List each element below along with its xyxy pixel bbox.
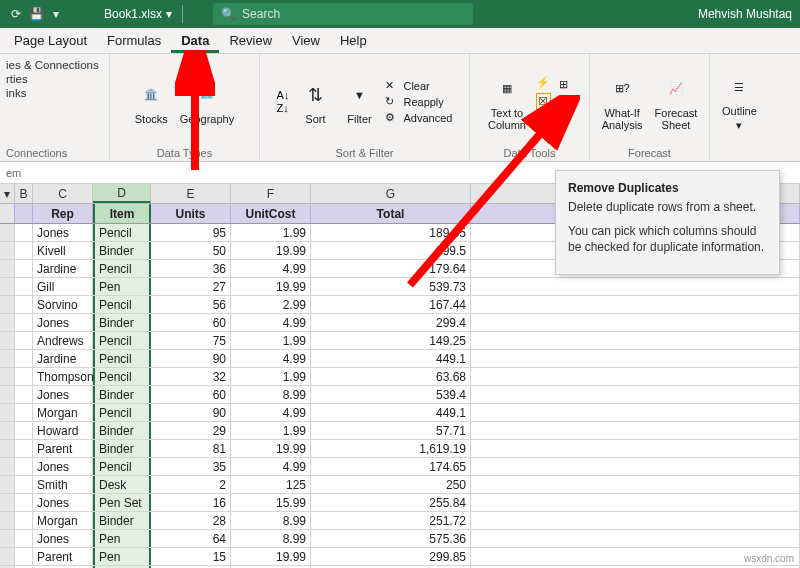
dropdown-icon[interactable]: ▾ <box>48 6 64 22</box>
cell-unitcost[interactable]: 19.99 <box>231 242 311 259</box>
cell-rep[interactable]: Jones <box>33 314 93 331</box>
cell-rep[interactable]: Jones <box>33 224 93 241</box>
cell-units[interactable]: 90 <box>151 404 231 421</box>
cell-unitcost[interactable]: 4.99 <box>231 314 311 331</box>
cell-unitcost[interactable]: 8.99 <box>231 512 311 529</box>
cell-units[interactable]: 81 <box>151 440 231 457</box>
cell-total[interactable]: 575.36 <box>311 530 471 547</box>
tab-help[interactable]: Help <box>330 28 377 53</box>
cell-rep[interactable]: Sorvino <box>33 296 93 313</box>
cell-item[interactable]: Desk <box>93 476 151 493</box>
col-header-E[interactable]: E <box>151 184 231 203</box>
table-row[interactable]: JonesPencil354.99174.65 <box>0 458 800 476</box>
tab-data[interactable]: Data <box>171 28 219 53</box>
cell-unitcost[interactable]: 15.99 <box>231 494 311 511</box>
cell-item[interactable]: Pencil <box>93 368 151 385</box>
cell-rep[interactable]: Kivell <box>33 242 93 259</box>
cell-units[interactable]: 64 <box>151 530 231 547</box>
edit-links-button[interactable]: inks <box>6 86 99 100</box>
cell-item[interactable]: Binder <box>93 422 151 439</box>
cell-total[interactable]: 250 <box>311 476 471 493</box>
tab-page-layout[interactable]: Page Layout <box>4 28 97 53</box>
cell-item[interactable]: Binder <box>93 386 151 403</box>
forecast-sheet-button[interactable]: 📈 Forecast Sheet <box>653 71 700 133</box>
geography-button[interactable]: 🗺️ Geography <box>178 77 236 127</box>
cell-total[interactable]: 57.71 <box>311 422 471 439</box>
cell-rep[interactable]: Smith <box>33 476 93 493</box>
cell-item[interactable]: Pen <box>93 548 151 565</box>
cell-unitcost[interactable]: 4.99 <box>231 350 311 367</box>
table-row[interactable]: ParentBinder8119.991,619.19 <box>0 440 800 458</box>
cell-total[interactable]: 999.5 <box>311 242 471 259</box>
select-all-corner[interactable]: ▾ <box>0 184 15 203</box>
flash-fill-icon[interactable]: ⚡ <box>536 76 551 89</box>
cell-unitcost[interactable]: 8.99 <box>231 530 311 547</box>
cell-units[interactable]: 29 <box>151 422 231 439</box>
cell-units[interactable]: 56 <box>151 296 231 313</box>
cell-units[interactable]: 60 <box>151 386 231 403</box>
cell-item[interactable]: Binder <box>93 512 151 529</box>
table-row[interactable]: MorganPencil904.99449.1 <box>0 404 800 422</box>
cell-rep[interactable]: Jones <box>33 458 93 475</box>
clear-button[interactable]: ✕Clear <box>385 79 452 93</box>
cell-total[interactable]: 174.65 <box>311 458 471 475</box>
cell-item[interactable]: Pen Set <box>93 494 151 511</box>
tab-review[interactable]: Review <box>219 28 282 53</box>
cell-units[interactable]: 36 <box>151 260 231 277</box>
cell-total[interactable]: 251.72 <box>311 512 471 529</box>
user-name[interactable]: Mehvish Mushtaq <box>698 7 792 21</box>
cell-units[interactable]: 15 <box>151 548 231 565</box>
queries-connections[interactable]: ies & Connections <box>6 58 99 72</box>
cell-unitcost[interactable]: 4.99 <box>231 404 311 421</box>
cell-unitcost[interactable]: 8.99 <box>231 386 311 403</box>
cell-unitcost[interactable]: 4.99 <box>231 458 311 475</box>
data-validation-icon[interactable]: ✔▾ <box>536 114 551 127</box>
cell-item[interactable]: Pencil <box>93 296 151 313</box>
cell-units[interactable]: 50 <box>151 242 231 259</box>
reapply-button[interactable]: ↻Reapply <box>385 95 452 109</box>
cell-units[interactable]: 95 <box>151 224 231 241</box>
cell-units[interactable]: 2 <box>151 476 231 493</box>
table-row[interactable]: SmithDesk2125250 <box>0 476 800 494</box>
file-dropdown-icon[interactable]: ▾ <box>166 7 172 21</box>
outline-button[interactable]: ☰ Outline ▾ <box>720 69 759 134</box>
header-rep[interactable]: Rep <box>33 204 93 223</box>
cell-unitcost[interactable]: 19.99 <box>231 548 311 565</box>
cell-rep[interactable]: Gill <box>33 278 93 295</box>
cell-item[interactable]: Pencil <box>93 332 151 349</box>
cell-item[interactable]: Pencil <box>93 350 151 367</box>
header-units[interactable]: Units <box>151 204 231 223</box>
cell-item[interactable]: Pencil <box>93 404 151 421</box>
remove-duplicates-icon[interactable]: ☒ <box>536 93 551 110</box>
table-row[interactable]: JonesPen648.99575.36 <box>0 530 800 548</box>
advanced-button[interactable]: ⚙Advanced <box>385 111 452 125</box>
cell-rep[interactable]: Morgan <box>33 404 93 421</box>
name-box[interactable]: em <box>6 167 21 179</box>
table-row[interactable]: AndrewsPencil751.99149.25 <box>0 332 800 350</box>
tab-view[interactable]: View <box>282 28 330 53</box>
col-header-D[interactable]: D <box>93 184 151 203</box>
cell-units[interactable]: 90 <box>151 350 231 367</box>
cell-item[interactable]: Binder <box>93 440 151 457</box>
cell-item[interactable]: Pencil <box>93 260 151 277</box>
tab-formulas[interactable]: Formulas <box>97 28 171 53</box>
cell-total[interactable]: 539.73 <box>311 278 471 295</box>
cell-unitcost[interactable]: 19.99 <box>231 440 311 457</box>
cell-total[interactable]: 299.85 <box>311 548 471 565</box>
table-row[interactable]: JonesBinder604.99299.4 <box>0 314 800 332</box>
cell-units[interactable]: 28 <box>151 512 231 529</box>
cell-item[interactable]: Pen <box>93 530 151 547</box>
table-row[interactable]: HowardBinder291.9957.71 <box>0 422 800 440</box>
relationships-icon[interactable]: 🔗 <box>559 95 573 108</box>
cell-rep[interactable]: Jardine <box>33 260 93 277</box>
cell-rep[interactable]: Parent <box>33 548 93 565</box>
cell-rep[interactable]: Jones <box>33 494 93 511</box>
col-header-B[interactable]: B <box>15 184 33 203</box>
save-icon[interactable]: 💾 <box>28 6 44 22</box>
col-header-C[interactable]: C <box>33 184 93 203</box>
table-row[interactable]: MorganBinder288.99251.72 <box>0 512 800 530</box>
cell-total[interactable]: 1,619.19 <box>311 440 471 457</box>
cell-total[interactable]: 539.4 <box>311 386 471 403</box>
table-row[interactable]: SorvinoPencil562.99167.44 <box>0 296 800 314</box>
col-header-G[interactable]: G <box>311 184 471 203</box>
